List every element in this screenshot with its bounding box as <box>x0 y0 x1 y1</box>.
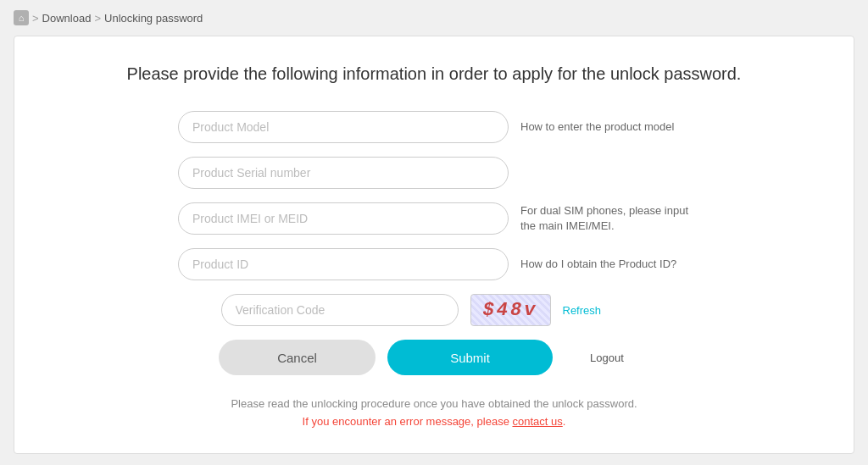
footer-error-suffix: . <box>563 415 566 428</box>
captcha-text: $48v <box>483 300 538 321</box>
product-imei-input[interactable] <box>178 202 509 235</box>
form-area: How to enter the product model For dual … <box>48 111 820 428</box>
captcha-image[interactable]: $48v <box>470 294 551 326</box>
product-id-hint: How do I obtain the Product ID? <box>520 257 690 272</box>
product-model-input[interactable] <box>178 111 509 143</box>
product-imei-hint: For dual SIM phones, please input the ma… <box>520 203 690 234</box>
product-id-row: How do I obtain the Product ID? <box>48 248 820 280</box>
home-icon[interactable]: ⌂ <box>14 10 29 25</box>
product-serial-input[interactable] <box>178 157 509 189</box>
product-serial-row <box>48 157 820 189</box>
breadcrumb-separator-1: > <box>32 12 39 25</box>
page-title: Please provide the following information… <box>48 62 820 86</box>
breadcrumb-separator-2: > <box>94 12 101 25</box>
breadcrumb-current: Unlocking password <box>104 12 203 25</box>
footer-text: Please read the unlocking procedure once… <box>231 397 637 428</box>
contact-us-link[interactable]: contact us <box>512 415 562 428</box>
breadcrumb-download-link[interactable]: Download <box>42 12 92 25</box>
logout-button[interactable]: Logout <box>565 352 649 364</box>
refresh-link[interactable]: Refresh <box>563 304 648 317</box>
product-id-input[interactable] <box>178 248 509 280</box>
product-imei-row: For dual SIM phones, please input the ma… <box>48 202 820 235</box>
main-container: Please provide the following information… <box>14 36 854 454</box>
submit-button[interactable]: Submit <box>387 340 553 375</box>
breadcrumb: ⌂ > Download > Unlocking password <box>0 0 868 36</box>
cancel-button[interactable]: Cancel <box>219 340 376 375</box>
buttons-row: Cancel Submit Logout <box>48 340 820 375</box>
product-model-row: How to enter the product model <box>48 111 820 143</box>
product-model-hint: How to enter the product model <box>520 119 690 135</box>
verification-code-input[interactable] <box>221 294 459 326</box>
footer-line2: If you encounter an error message, pleas… <box>231 415 637 428</box>
footer-error-prefix: If you encounter an error message, pleas… <box>303 415 513 428</box>
footer-line1: Please read the unlocking procedure once… <box>231 397 637 410</box>
captcha-row: $48v Refresh <box>48 294 820 326</box>
